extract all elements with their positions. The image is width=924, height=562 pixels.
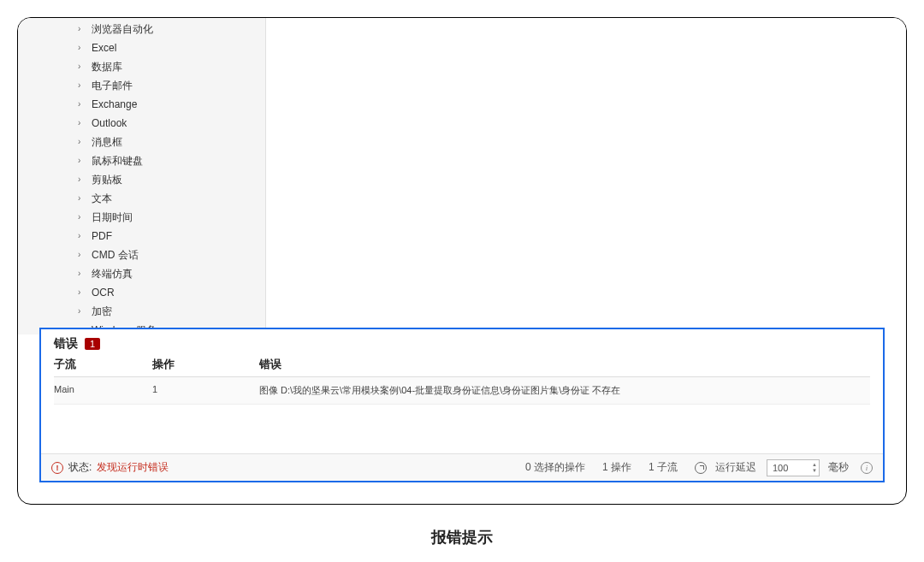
tree-item[interactable]: ›Exchange <box>18 95 265 114</box>
tree-item-label: 文本 <box>92 191 112 206</box>
status-bar: ! 状态: 发现运行时错误 0 选择的操作 1 操作 1 子流 运行延迟 100… <box>41 453 883 481</box>
error-cell-message: 图像 D:\我的坚果云\常用模块案例\04-批量提取身份证信息\身份证图片集\身… <box>259 384 870 397</box>
tree-item[interactable]: ›数据库 <box>18 57 265 76</box>
tree-item[interactable]: ›加密 <box>18 302 265 321</box>
figure-caption: 报错提示 <box>17 527 907 547</box>
run-delay-input[interactable]: 100 ▲▼ <box>767 459 820 476</box>
info-icon[interactable]: i <box>861 462 873 474</box>
chevron-right-icon: › <box>78 21 88 37</box>
tree-item[interactable]: ›PDF <box>18 227 265 246</box>
tree-item-label: 电子邮件 <box>92 78 133 93</box>
tree-item[interactable]: ›日期时间 <box>18 208 265 227</box>
tree-item[interactable]: ›电子邮件 <box>18 76 265 95</box>
chevron-right-icon: › <box>78 153 88 169</box>
tree-item-label: 鼠标和键盘 <box>92 153 143 169</box>
chevron-right-icon: › <box>78 97 88 112</box>
status-actions-count: 1 操作 <box>602 460 631 475</box>
status-subflows-count: 1 子流 <box>649 460 678 475</box>
chevron-right-icon: › <box>78 115 88 131</box>
errors-panel-title: 错误 <box>54 336 78 352</box>
chevron-right-icon: › <box>78 266 88 281</box>
error-count-badge: 1 <box>85 338 100 350</box>
errors-panel: 错误 1 子流 操作 错误 Main 1 图像 D:\我的坚果云\常用模块案例\… <box>39 328 885 482</box>
column-header-action[interactable]: 操作 <box>152 357 259 372</box>
chevron-right-icon: › <box>78 285 88 300</box>
error-cell-subflow: Main <box>54 384 152 397</box>
errors-table: 子流 操作 错误 Main 1 图像 D:\我的坚果云\常用模块案例\04-批量… <box>41 357 883 453</box>
tree-item[interactable]: ›终端仿真 <box>18 264 265 283</box>
tree-item[interactable]: ›消息框 <box>18 133 265 151</box>
status-selected-actions: 0 选择的操作 <box>525 460 585 475</box>
tree-item[interactable]: ›鼠标和键盘 <box>18 151 265 170</box>
tree-item-label: 消息框 <box>92 134 122 150</box>
chevron-right-icon: › <box>78 59 88 74</box>
status-label: 状态: <box>68 460 92 475</box>
tree-item-label: Outlook <box>92 115 127 131</box>
clock-icon <box>695 462 707 474</box>
error-status-icon: ! <box>51 462 63 474</box>
chevron-right-icon: › <box>78 210 88 225</box>
tree-item[interactable]: ›文本 <box>18 189 265 208</box>
chevron-right-icon: › <box>78 191 88 206</box>
actions-sidebar: ›浏览器自动化 ›Excel ›数据库 ›电子邮件 ›Exchange ›Out… <box>18 18 266 334</box>
flow-canvas[interactable] <box>266 18 906 334</box>
chevron-right-icon: › <box>78 247 88 263</box>
tree-item[interactable]: ›CMD 会话 <box>18 246 265 264</box>
tree-item[interactable]: ›OCR <box>18 283 265 302</box>
chevron-right-icon: › <box>78 172 88 187</box>
tree-item-label: 数据库 <box>92 59 122 74</box>
ms-unit-label: 毫秒 <box>828 460 849 475</box>
tree-item-label: CMD 会话 <box>92 247 139 263</box>
chevron-right-icon: › <box>78 40 88 56</box>
tree-item-label: 加密 <box>92 304 112 319</box>
run-delay-value: 100 <box>773 463 788 473</box>
chevron-right-icon: › <box>78 304 88 319</box>
tree-item[interactable]: ›浏览器自动化 <box>18 20 265 38</box>
column-header-subflow[interactable]: 子流 <box>54 357 152 372</box>
tree-item-label: Exchange <box>92 97 137 112</box>
chevron-right-icon: › <box>78 78 88 93</box>
run-delay-label: 运行延迟 <box>715 460 756 475</box>
spinner-buttons[interactable]: ▲▼ <box>812 462 817 473</box>
tree-item[interactable]: ›剪贴板 <box>18 170 265 189</box>
error-row[interactable]: Main 1 图像 D:\我的坚果云\常用模块案例\04-批量提取身份证信息\身… <box>54 377 870 405</box>
status-text: 发现运行时错误 <box>97 460 169 475</box>
chevron-right-icon: › <box>78 228 88 244</box>
tree-item-label: 终端仿真 <box>92 266 133 281</box>
column-header-error[interactable]: 错误 <box>259 357 870 372</box>
tree-item-label: 浏览器自动化 <box>92 21 153 37</box>
chevron-right-icon: › <box>78 134 88 150</box>
tree-item-label: PDF <box>92 228 112 244</box>
tree-item[interactable]: ›Excel <box>18 38 265 57</box>
tree-item-label: 剪贴板 <box>92 172 122 187</box>
tree-item-label: Excel <box>92 40 116 56</box>
tree-item[interactable]: ›Outlook <box>18 114 265 133</box>
error-cell-action: 1 <box>152 384 259 397</box>
tree-item-label: OCR <box>92 285 115 300</box>
tree-item-label: 日期时间 <box>92 210 133 225</box>
